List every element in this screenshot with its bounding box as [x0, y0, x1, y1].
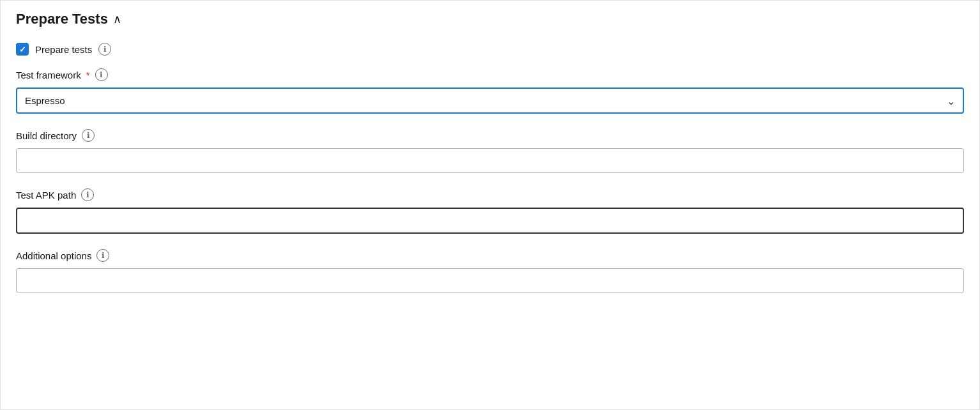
- additional-options-field: Additional options ℹ: [16, 249, 964, 293]
- section-header: Prepare Tests ∧: [16, 11, 964, 30]
- test-framework-label-row: Test framework * ℹ: [16, 68, 964, 81]
- test-framework-select-wrapper: Espresso Robolectric JUnit ⌄: [16, 87, 964, 114]
- test-framework-info-icon[interactable]: ℹ: [95, 68, 108, 81]
- test-framework-select[interactable]: Espresso Robolectric JUnit: [16, 87, 964, 114]
- build-directory-input[interactable]: [16, 148, 964, 173]
- additional-options-info-icon[interactable]: ℹ: [96, 249, 109, 262]
- additional-options-label: Additional options: [16, 250, 91, 261]
- test-framework-label: Test framework: [16, 70, 81, 80]
- test-apk-path-label: Test APK path: [16, 190, 76, 201]
- prepare-tests-label: Prepare tests: [35, 44, 92, 55]
- test-apk-path-field: Test APK path ℹ: [16, 188, 964, 234]
- build-directory-label-row: Build directory ℹ: [16, 129, 964, 142]
- prepare-tests-row: Prepare tests ℹ: [16, 43, 964, 56]
- prepare-tests-info-icon[interactable]: ℹ: [98, 43, 111, 56]
- required-indicator: *: [86, 70, 90, 80]
- test-framework-field: Test framework * ℹ Espresso Robolectric …: [16, 68, 964, 114]
- page-title: Prepare Tests: [16, 11, 108, 27]
- prepare-tests-panel: Prepare Tests ∧ Prepare tests ℹ Test fra…: [0, 0, 980, 410]
- additional-options-label-row: Additional options ℹ: [16, 249, 964, 262]
- build-directory-field: Build directory ℹ: [16, 129, 964, 173]
- additional-options-input[interactable]: [16, 268, 964, 293]
- test-apk-path-info-icon[interactable]: ℹ: [81, 188, 94, 201]
- test-apk-path-label-row: Test APK path ℹ: [16, 188, 964, 201]
- prepare-tests-checkbox[interactable]: [16, 43, 29, 56]
- collapse-chevron-icon[interactable]: ∧: [113, 12, 121, 26]
- build-directory-info-icon[interactable]: ℹ: [82, 129, 95, 142]
- test-apk-path-input[interactable]: [16, 208, 964, 234]
- build-directory-label: Build directory: [16, 130, 77, 141]
